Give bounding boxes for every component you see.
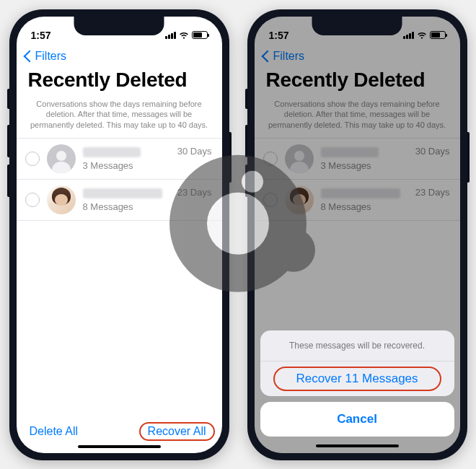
contact-name-redacted xyxy=(83,147,141,157)
contact-name-redacted xyxy=(83,188,162,198)
conversation-row[interactable]: 8 Messages 23 Days xyxy=(17,180,222,221)
days-remaining: 30 Days xyxy=(177,146,212,157)
status-indicators xyxy=(165,30,208,40)
page-subtitle: Conversations show the days remaining be… xyxy=(17,96,222,139)
select-circle[interactable] xyxy=(25,152,40,166)
avatar xyxy=(47,144,76,173)
recover-all-button[interactable]: Recover All xyxy=(139,422,215,441)
screen: 1:57 Filters Recently Deleted Conversati… xyxy=(255,17,460,453)
back-label: Filters xyxy=(35,50,67,63)
recover-messages-label: Recover 11 Messages xyxy=(296,372,418,385)
sheet-card: These messages will be recovered. Recove… xyxy=(260,330,454,396)
clock: 1:57 xyxy=(31,30,51,41)
days-remaining: 23 Days xyxy=(177,187,212,198)
message-count: 3 Messages xyxy=(83,160,170,171)
recover-messages-button[interactable]: Recover 11 Messages xyxy=(260,361,454,396)
home-indicator xyxy=(316,444,399,447)
cellular-icon xyxy=(165,32,176,39)
back-button[interactable]: Filters xyxy=(25,50,67,63)
battery-icon xyxy=(192,31,208,39)
avatar xyxy=(47,185,76,214)
conversation-list: 3 Messages 30 Days 8 Messages 23 Days xyxy=(17,138,222,221)
screen: 1:57 Filters Recently Deleted Conversati… xyxy=(17,17,222,453)
select-circle[interactable] xyxy=(25,193,40,207)
home-indicator xyxy=(78,445,161,448)
action-sheet: These messages will be recovered. Recove… xyxy=(260,330,454,447)
nav-bar: Filters xyxy=(17,48,222,66)
notch xyxy=(312,17,402,35)
delete-all-button[interactable]: Delete All xyxy=(30,425,79,438)
chevron-left-icon xyxy=(23,50,35,62)
notch xyxy=(74,17,164,35)
conversation-row[interactable]: 3 Messages 30 Days xyxy=(17,139,222,180)
cancel-button[interactable]: Cancel xyxy=(260,402,454,437)
phone-right: 1:57 Filters Recently Deleted Conversati… xyxy=(247,9,467,460)
phone-left: 1:57 Filters Recently Deleted Conversati… xyxy=(9,9,229,460)
bottom-toolbar: Delete All Recover All xyxy=(17,415,222,445)
page-title: Recently Deleted xyxy=(17,66,222,96)
message-count: 8 Messages xyxy=(83,201,170,212)
sheet-message: These messages will be recovered. xyxy=(260,330,454,361)
wifi-icon xyxy=(179,30,189,40)
